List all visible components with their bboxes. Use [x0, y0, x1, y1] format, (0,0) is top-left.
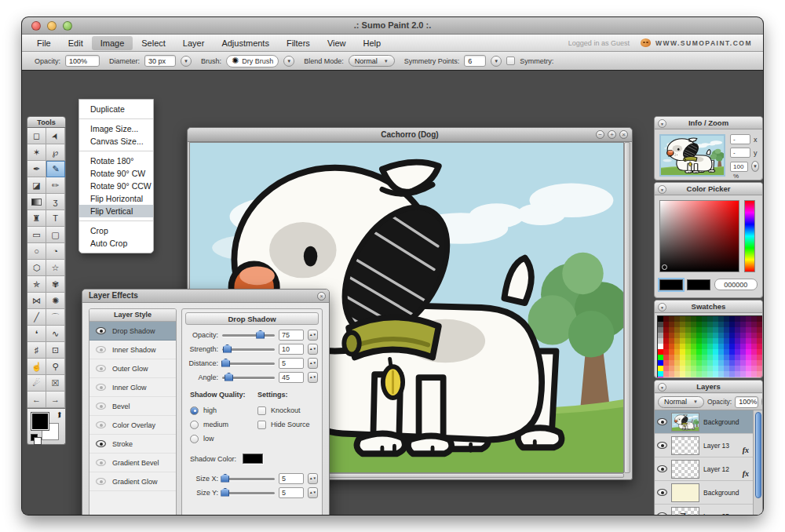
- color-swatch[interactable]: [658, 360, 663, 366]
- color-swatch[interactable]: [702, 333, 707, 338]
- document-minimize-icon[interactable]: −: [596, 130, 604, 139]
- color-swatch[interactable]: [674, 316, 680, 322]
- color-swatch[interactable]: [724, 366, 729, 371]
- color-swatch[interactable]: [663, 322, 669, 327]
- color-swatch[interactable]: [680, 338, 685, 344]
- layer-style-stroke[interactable]: Stroke: [89, 435, 176, 454]
- frame-tool[interactable]: ⊡: [46, 342, 65, 359]
- color-swatch[interactable]: [746, 338, 751, 344]
- hand-tool[interactable]: ☝: [27, 359, 46, 375]
- color-swatch[interactable]: [746, 344, 751, 349]
- color-swatch[interactable]: [669, 338, 674, 344]
- color-swatch[interactable]: [685, 371, 691, 377]
- stepper-icon[interactable]: ▲▼: [308, 358, 318, 369]
- layer-row-background[interactable]: Background: [655, 410, 753, 434]
- color-swatch[interactable]: [713, 338, 718, 344]
- rectangle-tool[interactable]: ▭: [27, 227, 46, 243]
- menu-item-rotate-180°[interactable]: Rotate 180°: [79, 155, 153, 167]
- layer-style-outer-glow[interactable]: Outer Glow: [89, 359, 176, 378]
- color-swatch[interactable]: [746, 360, 751, 366]
- visibility-eye-icon[interactable]: [96, 346, 106, 353]
- quality-option-medium[interactable]: medium: [190, 417, 250, 432]
- color-swatch[interactable]: [669, 316, 674, 322]
- color-swatch[interactable]: [685, 349, 691, 355]
- crop-tool[interactable]: ♯: [27, 342, 46, 359]
- color-swatch[interactable]: [696, 366, 702, 371]
- color-swatch[interactable]: [740, 316, 746, 322]
- lasso-tool[interactable]: ℘: [46, 144, 65, 161]
- color-swatch[interactable]: [707, 333, 713, 338]
- color-marker[interactable]: [662, 264, 667, 270]
- document-title-bar[interactable]: Cachorro (Dog) − + ×: [188, 128, 632, 142]
- color-swatch[interactable]: [718, 355, 724, 360]
- menu-item-duplicate[interactable]: Duplicate: [79, 103, 153, 115]
- flower-shape-tool[interactable]: ✾: [46, 276, 65, 293]
- color-swatch[interactable]: [729, 355, 735, 360]
- color-swatch[interactable]: [718, 360, 724, 366]
- color-swatch[interactable]: [702, 360, 707, 366]
- color-swatch[interactable]: [718, 327, 724, 333]
- menu-help[interactable]: Help: [355, 36, 390, 50]
- color-swatch[interactable]: [685, 333, 691, 338]
- color-swatch[interactable]: [713, 377, 718, 378]
- color-swatch[interactable]: [674, 355, 680, 360]
- color-swatch[interactable]: [746, 377, 751, 378]
- gradient-tool[interactable]: [27, 194, 46, 210]
- visibility-eye-icon[interactable]: [96, 478, 106, 485]
- color-swatch[interactable]: [680, 344, 685, 349]
- diameter-dropdown-icon[interactable]: ▼: [181, 56, 192, 67]
- color-swatch[interactable]: [735, 366, 740, 371]
- color-swatch[interactable]: [729, 344, 735, 349]
- color-swatch[interactable]: [746, 322, 751, 327]
- move-tool[interactable]: ➤: [46, 128, 65, 144]
- color-swatch[interactable]: [702, 371, 707, 377]
- star-shape-tool[interactable]: ✯: [27, 276, 46, 293]
- y-coordinate-input[interactable]: -: [730, 148, 750, 158]
- color-swatch[interactable]: [724, 371, 729, 377]
- pen-tool[interactable]: ✒: [27, 161, 46, 177]
- visibility-eye-icon[interactable]: [96, 459, 106, 466]
- visibility-eye-icon[interactable]: [657, 465, 667, 472]
- zoom-tool[interactable]: ⚲: [46, 359, 65, 375]
- color-swatch[interactable]: [669, 377, 674, 378]
- color-swatch[interactable]: [713, 327, 718, 333]
- hue-slider[interactable]: [744, 200, 755, 272]
- color-swatch[interactable]: [680, 316, 685, 322]
- color-swatch[interactable]: [713, 316, 718, 322]
- color-swatch[interactable]: [757, 377, 762, 378]
- trash-tool[interactable]: ☒: [46, 375, 65, 392]
- size-x-slider[interactable]: [222, 478, 275, 480]
- brush-dropdown-icon[interactable]: ▼: [283, 56, 294, 67]
- menu-adjustments[interactable]: Adjustments: [213, 36, 278, 50]
- color-swatch[interactable]: [729, 377, 735, 378]
- color-swatch[interactable]: [713, 344, 718, 349]
- color-swatch[interactable]: [685, 360, 691, 366]
- color-swatch[interactable]: [680, 360, 685, 366]
- angle-slider[interactable]: [222, 377, 275, 379]
- color-swatch[interactable]: [658, 327, 663, 333]
- color-swatch[interactable]: [702, 327, 707, 333]
- layer-row-layer-25[interactable]: Layer 25: [655, 505, 753, 515]
- symmetry-points-dropdown-icon[interactable]: ▼: [491, 56, 502, 67]
- menu-item-rotate-90°-ccw[interactable]: Rotate 90° CCW: [79, 180, 153, 192]
- color-swatch[interactable]: [740, 371, 746, 377]
- color-swatch[interactable]: [663, 338, 669, 344]
- color-swatch[interactable]: [751, 355, 757, 360]
- saturation-brightness-field[interactable]: [659, 200, 739, 272]
- slider-thumb[interactable]: [221, 474, 229, 483]
- color-swatch[interactable]: [718, 366, 724, 371]
- secondary-color-swatch[interactable]: [687, 279, 710, 290]
- color-swatch[interactable]: [680, 355, 685, 360]
- color-swatch[interactable]: [674, 349, 680, 355]
- quality-option-low[interactable]: low: [190, 432, 250, 446]
- color-swatch[interactable]: [674, 344, 680, 349]
- color-swatch[interactable]: [702, 349, 707, 355]
- opacity-input[interactable]: 75: [279, 330, 304, 341]
- color-swatch[interactable]: [707, 360, 713, 366]
- color-swatch[interactable]: [691, 344, 696, 349]
- brush-select[interactable]: ✺ Dry Brush: [226, 55, 279, 67]
- color-swatch[interactable]: [707, 344, 713, 349]
- color-swatch[interactable]: [746, 366, 751, 371]
- color-swatch[interactable]: [757, 322, 762, 327]
- checkbox-icon[interactable]: [257, 421, 266, 429]
